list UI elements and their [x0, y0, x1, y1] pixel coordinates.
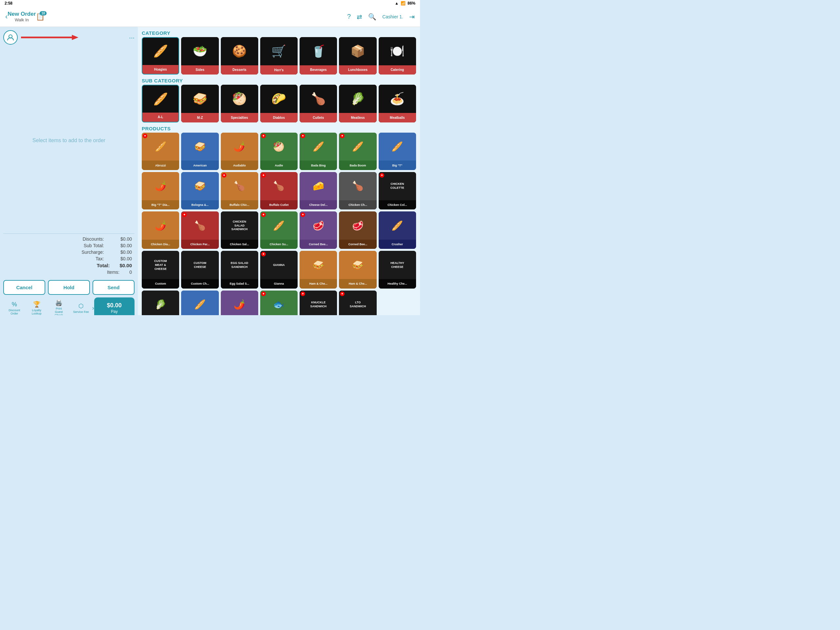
expand-toolbar-icon[interactable]: › — [92, 305, 94, 312]
product-item-badaboom[interactable]: ✦ 🥖 Bada Boom — [339, 133, 376, 170]
right-panel: CATEGORY 🥖 Hoagies 🥗 Sides 🍪 Desserts 🛒 … — [138, 27, 420, 315]
subcategory-item-mz[interactable]: 🥪 M-Z — [181, 85, 218, 122]
product-item-bigtdia[interactable]: 🌶️ Big "T" Dia... — [142, 172, 179, 209]
top-bar: ‹ New Order Walk In 10 📋 ? ⇄ 🔍 Cashier 1… — [0, 6, 420, 27]
more-options-icon[interactable]: ··· — [129, 34, 134, 41]
pay-button[interactable]: $0.00 Pay — [94, 298, 134, 315]
category-section: CATEGORY 🥖 Hoagies 🥗 Sides 🍪 Desserts 🛒 … — [142, 30, 416, 74]
star-badge: ✦ — [340, 134, 344, 138]
product-item-italiandiablo[interactable]: 🌶️ Italian Diablo — [221, 291, 258, 315]
star-badge: ✦ — [261, 212, 266, 217]
product-item-bologna[interactable]: 🥪 Bologna &... — [181, 172, 218, 209]
help-icon[interactable]: ? — [347, 13, 351, 21]
subcategory-item-meatless[interactable]: 🥬 Meatless — [339, 85, 376, 122]
category-item-beverages[interactable]: 🥤 Beverages — [300, 37, 337, 74]
search-icon[interactable]: 🔍 — [368, 13, 376, 21]
product-item-hamche1[interactable]: 🥪 Ham & Che... — [300, 251, 337, 288]
product-item-healthyham[interactable]: 🥬 Healthy Ha... — [142, 291, 179, 315]
product-item-abruzzi[interactable]: ✦ 🥖 Abruzzi — [142, 133, 179, 170]
star-badge: ✦ — [222, 173, 226, 177]
product-label: Bada Bing — [300, 160, 337, 170]
product-item-italiantuna[interactable]: ✦ 🐟 Italian Tuna — [260, 291, 298, 315]
product-label: Crusher — [379, 240, 416, 249]
category-item-lunchboxes[interactable]: 📦 Lunchboxes — [339, 37, 376, 74]
product-item-gianna[interactable]: ✦ GIANNA Gianna — [260, 251, 298, 288]
product-item-chickensalad[interactable]: CHICKENSALADSANDWICH Chicken Sal... — [221, 211, 258, 249]
product-item-cornedbee2[interactable]: 🥩 Corned Bee... — [339, 211, 376, 249]
product-item-healthyche[interactable]: HEALTHYCHEESE Healthy Che... — [379, 251, 416, 288]
product-item-eggsalad[interactable]: EGG SALADSANDWICH Egg Salad S... — [221, 251, 258, 288]
product-item-custom[interactable]: CUSTOMMEAT &CHEESE Custom — [142, 251, 179, 288]
order-summary: Discounts: $0.00 Sub Total: $0.00 Surcha… — [3, 233, 134, 277]
order-badge[interactable]: 10 📋 — [36, 13, 45, 21]
product-item-hamche2[interactable]: 🥪 Ham & Che... — [339, 251, 376, 288]
cancel-button[interactable]: Cancel — [3, 280, 45, 295]
product-item-audiablo[interactable]: 🌶️ Audiablo — [221, 133, 258, 170]
items-value: 0 — [129, 269, 132, 275]
product-label: Ham & Che... — [339, 279, 376, 288]
product-label: Abruzzi — [142, 160, 179, 170]
order-header: ··· — [3, 30, 134, 45]
print-guest-check-button[interactable]: 🖨️ PrintGuest Check — [47, 298, 70, 315]
product-item-cornedbee1[interactable]: ✦ 🥩 Corned Bee... — [300, 211, 337, 249]
swap-icon[interactable]: ⇄ — [357, 13, 362, 21]
product-item-bigt[interactable]: 🥖 Big "T" — [379, 133, 416, 170]
products-grid: ✦ 🥖 Abruzzi 🥪 American 🌶️ Audiablo ✦ 🥙 A… — [142, 133, 416, 315]
product-item-badabing[interactable]: ✦ 🥖 Bada Bing — [300, 133, 337, 170]
subcategory-item-diablos[interactable]: 🌮 Diablos — [260, 85, 298, 122]
service-fee-button[interactable]: ⬡ Service Fee — [70, 301, 92, 315]
tax-label: Tax: — [74, 256, 104, 261]
star-badge: ✦ — [143, 134, 147, 138]
category-item-sides[interactable]: 🥗 Sides — [181, 37, 218, 74]
subcategory-item-al[interactable]: 🥖 A-L — [142, 85, 179, 122]
product-item-knucklesa[interactable]: ✦ KNUCKLESANDWICH Knuckle Sa... — [300, 291, 337, 315]
product-item-audie[interactable]: ✦ 🥙 Audie — [260, 133, 298, 170]
category-item-herrs[interactable]: 🛒 Herr's — [260, 37, 298, 74]
subcategory-item-cutlets[interactable]: 🍗 Cutlets — [300, 85, 337, 122]
product-item-chickensu[interactable]: ✦ 🥖 Chicken Su... — [260, 211, 298, 249]
product-item-chickendia[interactable]: 🌶️ Chicken Dia... — [142, 211, 179, 249]
product-item-italian[interactable]: 🥖 Italian — [181, 291, 218, 315]
product-item-buffalocutlet[interactable]: ✦ 🍗 Buffalo Cutlet — [260, 172, 298, 209]
subcategory-section: SUB CATEGORY 🥖 A-L 🥪 M-Z 🥙 Specialties 🌮… — [142, 78, 416, 122]
product-label: Audie — [260, 160, 298, 170]
product-label: Chicken Par... — [181, 240, 218, 249]
product-label: Buffalo Chic... — [221, 200, 258, 210]
discounts-value: $0.00 — [114, 236, 132, 242]
subcategory-item-meatballs[interactable]: 🍝 Meatballs — [379, 85, 416, 122]
discount-order-button[interactable]: % DiscountOrder — [3, 300, 25, 315]
product-item-customch[interactable]: CUSTOMCHEESE Custom Ch... — [181, 251, 218, 288]
loyalty-lookup-button[interactable]: 🏆 LoyaltyLookup — [25, 299, 48, 315]
tax-value: $0.00 — [114, 256, 132, 261]
category-item-hoagies[interactable]: 🥖 Hoagies — [142, 37, 179, 74]
product-item-chickencol[interactable]: ✦ CHICKENCOLETTE Chicken Col... — [379, 172, 416, 209]
product-item-crusher[interactable]: 🥖 Crusher — [379, 211, 416, 249]
back-button[interactable]: ‹ — [5, 13, 8, 21]
product-label: Chicken Ch... — [339, 200, 376, 210]
category-item-catering[interactable]: 🍽️ Catering — [379, 37, 416, 74]
product-label: Cheese Del... — [300, 200, 337, 210]
wifi-icon: 📶 — [401, 1, 406, 6]
service-fee-label: Service Fee — [73, 310, 89, 313]
product-label: Bologna &... — [181, 200, 218, 210]
star-badge: ✦ — [300, 291, 305, 296]
product-label: Big "T" — [379, 160, 416, 170]
product-label: Healthy Che... — [379, 279, 416, 288]
star-badge: ✦ — [261, 291, 266, 296]
send-button[interactable]: Send — [93, 280, 134, 295]
subcategory-item-specialties[interactable]: 🥙 Specialties — [221, 85, 258, 122]
product-item-chickenco[interactable]: 🍗 Chicken Ch... — [339, 172, 376, 209]
product-item-chickenpar[interactable]: ✦ 🍗 Chicken Par... — [181, 211, 218, 249]
total-value: $0.00 — [120, 263, 132, 268]
hold-button[interactable]: Hold — [48, 280, 90, 295]
product-item-cheesedel[interactable]: 🧀 Cheese Del... — [300, 172, 337, 209]
surcharge-value: $0.00 — [114, 250, 132, 255]
total-label: Total: — [97, 263, 110, 268]
logout-icon[interactable]: ⇥ — [409, 13, 415, 21]
category-item-desserts[interactable]: 🍪 Desserts — [221, 37, 258, 74]
discount-icon: % — [12, 301, 17, 308]
product-item-american[interactable]: 🥪 American — [181, 133, 218, 170]
product-item-buffalochic[interactable]: ✦ 🍗 Buffalo Chic... — [221, 172, 258, 209]
product-item-ltosandwich[interactable]: ✦ LTOSANDWICH LTO Sandwi... — [339, 291, 376, 315]
avatar[interactable] — [3, 30, 18, 45]
